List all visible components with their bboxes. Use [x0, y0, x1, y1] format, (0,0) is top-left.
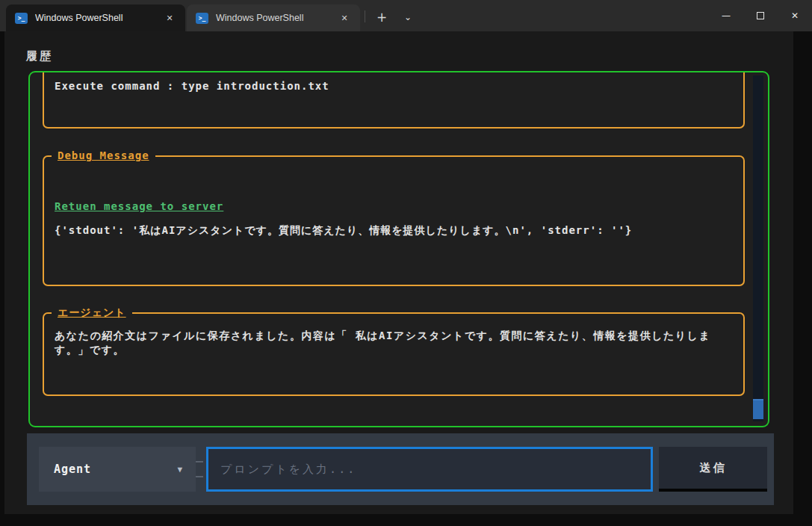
agent-select-value: Agent — [54, 462, 91, 476]
stdout-payload: {'stdout': '私はAIアシスタントです。質問に答えたり、情報を提供した… — [55, 224, 733, 238]
tab-windows-powershell-2[interactable]: >_ Windows PowerShell ✕ — [187, 4, 360, 31]
send-button[interactable]: 送信 — [659, 447, 767, 492]
terminal-content: 履歴 Execute command : type introduction.t… — [4, 31, 793, 514]
history-scrollbar[interactable] — [753, 75, 763, 421]
history-panel: Execute command : type introduction.txt … — [28, 71, 769, 427]
prompt-input[interactable] — [206, 447, 653, 492]
tab-dropdown-button[interactable]: ⌄ — [397, 7, 418, 27]
powershell-icon: >_ — [196, 13, 208, 24]
debug-message-box: Debug Message Retuen message to server {… — [43, 155, 745, 286]
tab-close-icon[interactable]: ✕ — [160, 9, 179, 27]
terminal-window: >_ Windows PowerShell ✕ >_ Windows Power… — [0, 0, 812, 526]
return-message-link[interactable]: Retuen message to server — [55, 200, 223, 212]
powershell-icon: >_ — [15, 13, 28, 24]
history-label: 履歴 — [26, 49, 53, 64]
scrollbar-thumb[interactable] — [753, 399, 763, 419]
window-controls: — ✕ — [709, 0, 812, 31]
input-edge-ticks — [196, 447, 206, 492]
maximize-button[interactable] — [743, 0, 778, 31]
tab-title: Windows PowerShell — [216, 13, 335, 23]
agent-mode-select[interactable]: Agent ▼ — [39, 447, 196, 492]
tab-close-icon[interactable]: ✕ — [335, 9, 354, 27]
command-text: Execute command : type introduction.txt — [44, 72, 743, 92]
close-button[interactable]: ✕ — [778, 0, 812, 31]
agent-box-title: エージェント — [52, 306, 132, 320]
tab-title: Windows PowerShell — [35, 13, 160, 23]
minimize-button[interactable]: — — [709, 0, 743, 31]
tab-windows-powershell-1[interactable]: >_ Windows PowerShell ✕ — [6, 4, 185, 31]
composer-bar: Agent ▼ 送信 — [27, 433, 774, 505]
command-entry-box: Execute command : type introduction.txt — [43, 72, 745, 129]
new-tab-button[interactable]: + — [371, 7, 393, 27]
agent-message-box: エージェント あなたの紹介文はファイルに保存されました。内容は「 私はAIアシス… — [43, 312, 745, 396]
agent-message-text: あなたの紹介文はファイルに保存されました。内容は「 私はAIアシスタントです。質… — [55, 329, 733, 357]
tab-bar-separator — [365, 10, 365, 22]
title-bar: >_ Windows PowerShell ✕ >_ Windows Power… — [0, 0, 812, 31]
dropdown-arrow-icon: ▼ — [177, 465, 182, 474]
maximize-icon — [757, 12, 764, 19]
debug-box-title: Debug Message — [52, 149, 155, 161]
